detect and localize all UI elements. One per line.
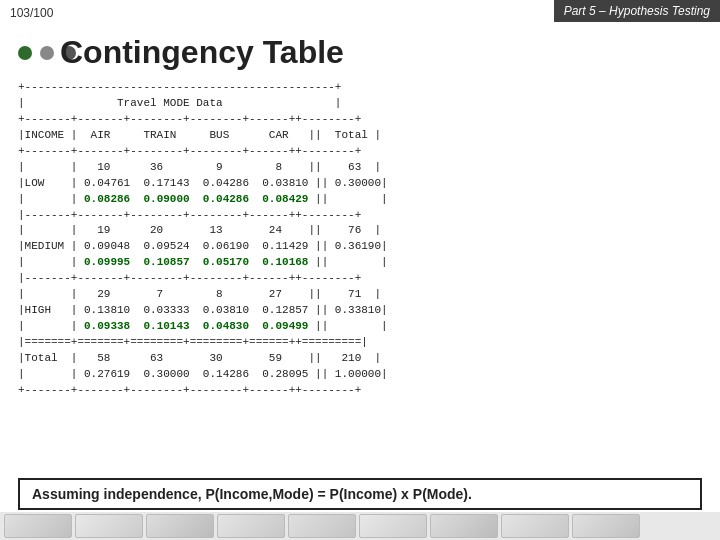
thumb-strip: [0, 512, 720, 540]
top-bar-label: Part 5 – Hypothesis Testing: [554, 0, 720, 22]
thumb-1: [4, 514, 72, 538]
main-content: +---------------------------------------…: [18, 80, 702, 470]
thumb-3: [146, 514, 214, 538]
bottom-note: Assuming independence, P(Income,Mode) = …: [18, 478, 702, 510]
thumb-9: [572, 514, 640, 538]
thumb-4: [217, 514, 285, 538]
contingency-table: +---------------------------------------…: [18, 80, 702, 399]
thumb-7: [430, 514, 498, 538]
thumb-6: [359, 514, 427, 538]
page-counter: 103/100: [10, 6, 53, 20]
page-title: Contingency Table: [60, 34, 344, 71]
dot-1: [18, 46, 32, 60]
dot-2: [40, 46, 54, 60]
thumb-8: [501, 514, 569, 538]
thumb-2: [75, 514, 143, 538]
thumb-5: [288, 514, 356, 538]
